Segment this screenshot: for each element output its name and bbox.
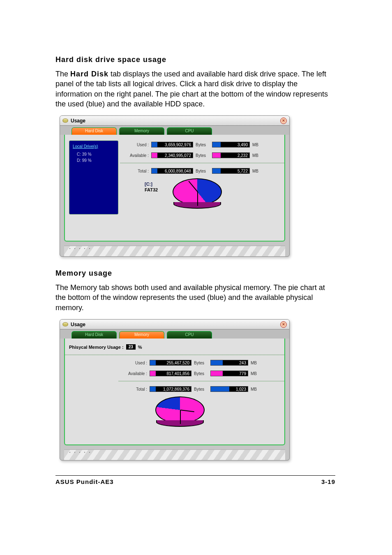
mem-heading: Memory usage	[55, 269, 335, 278]
bytes-unit: Bytes	[196, 169, 210, 173]
hd-used-label: Used :	[124, 143, 149, 147]
mem-avail-label: Available :	[122, 371, 147, 376]
drive-item-c[interactable]: C: 39 %	[73, 151, 115, 157]
mem-total-bytes: 1,072,869,376	[163, 387, 189, 391]
mem-usage-header: Phisycal Memory Usage : 23 %	[69, 344, 280, 350]
mb-unit: MB	[252, 169, 266, 173]
footer-right: 3-19	[321, 478, 335, 485]
hd-used-bytes: 3,659,902,976	[165, 143, 191, 147]
divider	[118, 381, 284, 382]
footer-left: ASUS Pundit-AE3	[55, 478, 114, 485]
usage-window-harddisk: Usage × Hard Disk Memory CPU Local Drive…	[60, 115, 290, 257]
titlebar[interactable]: Usage ×	[60, 116, 289, 126]
close-button[interactable]: ×	[280, 117, 287, 124]
mem-total-mb: 1,023	[236, 387, 246, 391]
mb-unit: MB	[252, 143, 266, 147]
drive-icon	[62, 322, 68, 327]
page-footer: ASUS Pundit-AE3 3-19	[55, 475, 335, 485]
hd-heading: Hard disk drive space usage	[55, 55, 335, 64]
bytes-unit: Bytes	[194, 371, 208, 376]
hd-pie-chart	[168, 177, 226, 210]
tab-cpu[interactable]: CPU	[167, 331, 212, 339]
mem-usage-value: 23	[126, 344, 136, 350]
bytes-unit: Bytes	[194, 361, 208, 365]
mb-unit: MB	[251, 387, 265, 391]
mem-total-mb-bar: 1,023	[210, 386, 248, 392]
hd-avail-bytes: 2,340,995,072	[165, 153, 191, 158]
hd-avail-mb-bar: 2,232	[212, 152, 250, 158]
hd-total-mb-bar: 5,722	[212, 168, 250, 174]
mem-total-bytes-bar: 1,072,869,376	[150, 386, 191, 392]
hd-client: Local Drive(s) C: 39 % D: 99 % Used : 3,…	[64, 135, 285, 242]
resize-grip[interactable]	[64, 246, 285, 256]
hd-total-bytes-bar: 6,000,898,048	[151, 168, 193, 174]
selected-drive-label: [C:]	[145, 182, 158, 187]
mb-unit: MB	[252, 153, 266, 158]
mem-used-label: Used :	[122, 361, 147, 365]
mem-avail-mb: 779	[239, 371, 246, 376]
hd-avail-bytes-bar: 2,340,995,072	[151, 152, 193, 158]
divider	[65, 355, 284, 355]
mem-pie-chart	[151, 396, 209, 428]
hd-total-bytes: 6,000,898,048	[165, 169, 191, 173]
mem-bars: Used : 255,467,520 Bytes 243 MB Availabl…	[122, 359, 280, 393]
titlebar[interactable]: Usage ×	[60, 320, 289, 329]
hd-total-label: Total :	[124, 169, 149, 173]
tab-hard-disk[interactable]: Hard Disk	[71, 331, 117, 339]
mem-used-row: Used : 255,467,520 Bytes 243 MB	[122, 359, 280, 367]
tab-hard-disk[interactable]: Hard Disk	[71, 127, 117, 135]
tabstrip: Hard Disk Memory CPU	[60, 329, 289, 339]
mem-client: Phisycal Memory Usage : 23 % Used : 255,…	[64, 339, 285, 445]
mem-avail-bytes-bar: 817,401,856	[150, 371, 191, 376]
drive-icon	[62, 118, 68, 124]
tabstrip: Hard Disk Memory CPU	[60, 126, 289, 135]
mem-usage-label: Phisycal Memory Usage :	[69, 345, 124, 350]
hd-used-row: Used : 3,659,902,976 Bytes 3,490 MB	[124, 140, 280, 149]
hd-body-bold: Hard Disk	[70, 70, 108, 78]
hd-avail-label: Available :	[124, 153, 149, 158]
drive-item-d[interactable]: D: 99 %	[73, 157, 115, 164]
hd-avail-mb: 2,232	[238, 153, 248, 158]
resize-grip[interactable]	[64, 449, 285, 460]
mem-avail-bytes: 817,401,856	[166, 371, 189, 376]
hd-total-mb: 5,722	[238, 169, 248, 173]
tab-memory[interactable]: Memory	[119, 331, 164, 339]
hd-body: The Hard Disk tab displays the used and …	[55, 69, 335, 109]
mem-total-label: Total :	[122, 387, 147, 391]
hd-used-mb-bar: 3,490	[212, 142, 250, 147]
mem-usage-unit: %	[138, 345, 142, 350]
mem-used-bytes-bar: 255,467,520	[150, 360, 191, 366]
mb-unit: MB	[251, 361, 265, 365]
hd-used-mb: 3,490	[238, 143, 248, 147]
window-title: Usage	[71, 118, 280, 124]
mem-avail-mb-bar: 779	[210, 371, 248, 376]
hd-bars: Used : 3,659,902,976 Bytes 3,490 MB Avai…	[124, 140, 280, 214]
tab-cpu[interactable]: CPU	[167, 127, 212, 135]
mb-unit: MB	[251, 371, 265, 376]
divider	[120, 163, 284, 164]
usage-window-memory: Usage × Hard Disk Memory CPU Phisycal Me…	[60, 319, 290, 461]
hd-used-bytes-bar: 3,659,902,976	[151, 142, 193, 147]
bytes-unit: Bytes	[196, 153, 210, 158]
bytes-unit: Bytes	[196, 143, 210, 147]
mem-used-mb: 243	[239, 361, 246, 365]
drive-list-panel: Local Drive(s) C: 39 % D: 99 %	[69, 140, 118, 214]
hd-total-row: Total : 6,000,898,048 Bytes 5,722 MB	[124, 167, 280, 175]
mem-total-row: Total : 1,072,869,376 Bytes 1,023 MB	[122, 385, 280, 393]
window-title: Usage	[71, 322, 280, 327]
close-button[interactable]: ×	[280, 321, 287, 328]
mem-used-mb-bar: 243	[210, 360, 248, 366]
tab-memory[interactable]: Memory	[119, 127, 164, 135]
mem-used-bytes: 255,467,520	[166, 361, 189, 365]
bytes-unit: Bytes	[194, 387, 208, 391]
mem-body: The Memory tab shows both used and avail…	[55, 283, 335, 313]
drive-list-header: Local Drive(s)	[73, 143, 115, 150]
filesystem-label: FAT32	[145, 187, 158, 192]
hd-avail-row: Available : 2,340,995,072 Bytes 2,232 MB	[124, 151, 280, 159]
mem-avail-row: Available : 817,401,856 Bytes 779 MB	[122, 369, 280, 378]
hd-body-pre: The	[55, 70, 70, 78]
